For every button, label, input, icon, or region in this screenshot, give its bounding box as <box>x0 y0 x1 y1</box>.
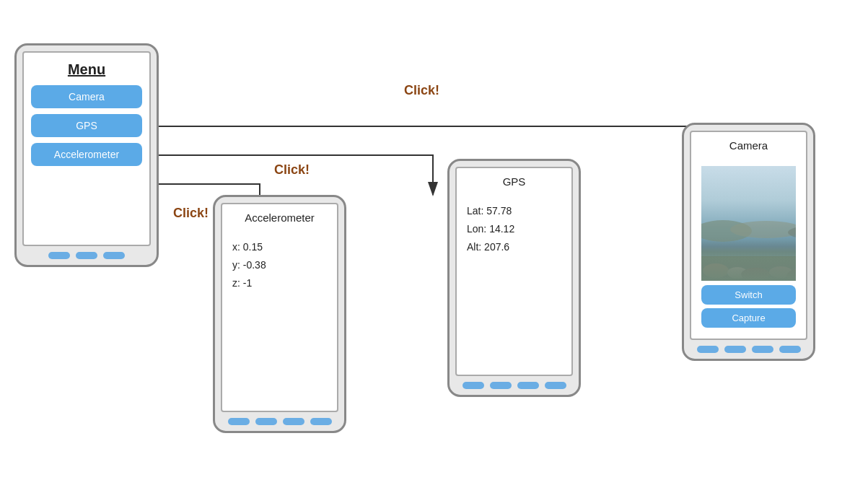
camera-btn-2 <box>724 346 746 353</box>
menu-phone-buttons <box>48 252 125 259</box>
gps-alt: Alt: 207.6 <box>467 238 561 256</box>
camera-title: Camera <box>701 139 796 152</box>
camera-image <box>701 166 796 281</box>
menu-phone: Menu Camera GPS Accelerometer <box>14 43 159 267</box>
accel-y: y: -0.38 <box>232 256 327 274</box>
camera-scene <box>701 166 796 281</box>
gps-title: GPS <box>467 175 561 188</box>
menu-title: Menu <box>31 61 142 78</box>
gps-lat: Lat: 57.78 <box>467 202 561 220</box>
camera-phone: Camera Switch Capture <box>682 123 815 361</box>
gps-btn-3 <box>517 382 539 389</box>
menu-screen: Menu Camera GPS Accelerometer <box>22 51 151 246</box>
menu-btn-1 <box>48 252 70 259</box>
svg-point-5 <box>703 263 729 278</box>
camera-btn-4 <box>779 346 801 353</box>
gps-phone: GPS Lat: 57.78 Lon: 14.12 Alt: 207.6 <box>447 159 581 397</box>
click-label-gps: Click! <box>274 162 310 178</box>
gps-btn-4 <box>545 382 566 389</box>
accel-btn-3 <box>283 418 304 425</box>
gps-phone-buttons <box>463 382 566 389</box>
accel-phone-buttons <box>228 418 332 425</box>
accel-btn-1 <box>228 418 250 425</box>
accel-phone: Accelerometer x: 0.15 y: -0.38 z: -1 <box>213 195 346 433</box>
accel-x: x: 0.15 <box>232 238 327 256</box>
svg-point-6 <box>727 267 748 279</box>
accel-menu-btn[interactable]: Accelerometer <box>31 143 142 166</box>
camera-btn-3 <box>752 346 773 353</box>
accel-btn-4 <box>310 418 332 425</box>
accel-btn-2 <box>255 418 277 425</box>
gps-btn-2 <box>490 382 512 389</box>
gps-data: Lat: 57.78 Lon: 14.12 Alt: 207.6 <box>467 202 561 257</box>
svg-point-9 <box>786 269 796 281</box>
accel-screen: Accelerometer x: 0.15 y: -0.38 z: -1 <box>221 203 338 412</box>
click-label-camera: Click! <box>404 83 439 98</box>
capture-button[interactable]: Capture <box>701 308 796 328</box>
menu-btn-3 <box>103 252 125 259</box>
accel-data: x: 0.15 y: -0.38 z: -1 <box>232 238 327 293</box>
gps-lon: Lon: 14.12 <box>467 220 561 238</box>
gps-screen: GPS Lat: 57.78 Lon: 14.12 Alt: 207.6 <box>455 167 573 376</box>
camera-phone-buttons <box>697 346 801 353</box>
svg-point-7 <box>741 268 770 281</box>
camera-btn-1 <box>697 346 719 353</box>
click-label-accel: Click! <box>173 206 209 221</box>
switch-button[interactable]: Switch <box>701 285 796 305</box>
menu-btn-2 <box>76 252 97 259</box>
accel-title: Accelerometer <box>232 211 327 224</box>
gps-menu-btn[interactable]: GPS <box>31 114 142 137</box>
svg-point-8 <box>769 266 792 278</box>
camera-screen: Camera Switch Capture <box>690 131 807 340</box>
camera-menu-btn[interactable]: Camera <box>31 85 142 108</box>
accel-z: z: -1 <box>232 274 327 292</box>
gps-btn-1 <box>463 382 484 389</box>
